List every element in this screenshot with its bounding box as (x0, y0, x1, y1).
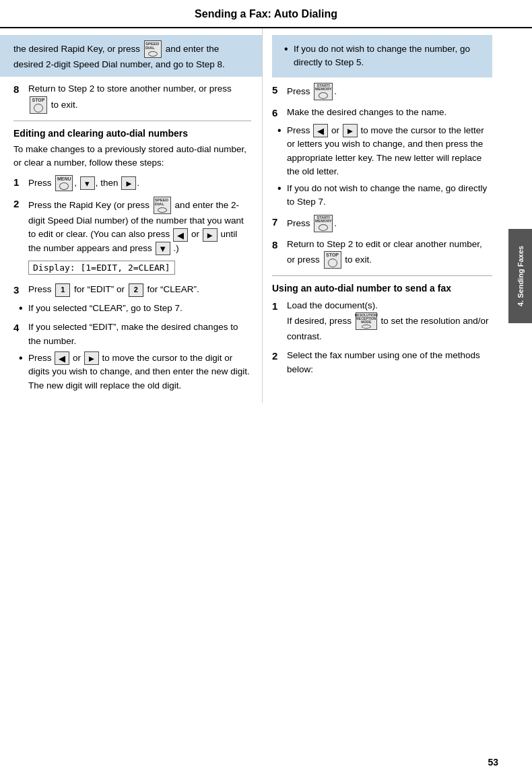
bullet-clear: • If you selected “CLEAR”, go to Step 7. (19, 302, 251, 316)
step-8-left: 8 Return to Step 2 to store another numb… (13, 82, 251, 113)
arrow-left-4-icon: ◀ (313, 124, 328, 137)
key-1-box: 1 (55, 283, 70, 297)
s2-step-2: 2 Select the fax number using one of the… (272, 349, 492, 376)
section-heading-edit: Editing and clearing auto-dial numbers (13, 128, 251, 139)
right-highlight-nodirect: • If you do not wish to change the numbe… (272, 35, 492, 77)
speed-dial-icon: SPEED DIAL (144, 40, 162, 58)
page-title: Sending a Fax: Auto Dialing (0, 0, 532, 28)
side-tab: 4. Sending Faxes (508, 229, 532, 323)
speed-dial-icon-2: SPEED DIAL (154, 197, 171, 214)
arrow-right-4-icon: ► (343, 124, 358, 137)
stop-btn-right: STOP (324, 251, 341, 269)
start-mem-icon: START/MEMORY (314, 83, 333, 100)
stop-button-icon: STOP (30, 96, 47, 114)
step-3-left: 3 Press 1 for “EDIT” or 2 for “CLEAR”. (13, 283, 251, 298)
arrow-right-3-icon: ► (84, 351, 99, 365)
s2-step-1: 1 Load the document(s). If desired, pres… (272, 299, 492, 344)
bullet-press-arrow-right: • Press ◀ or ► to move the cursor to the… (277, 124, 492, 178)
menu-button-icon: MENU (55, 175, 73, 191)
arrow-left-2-icon: ◀ (173, 228, 188, 242)
step-5-right: 5 Press START/MEMORY . (272, 83, 492, 100)
arrow-right-2-icon: ► (203, 228, 218, 242)
step-6-right: 6 Make the desired changes to the name. (272, 106, 492, 121)
step-1-left: 1 Press MENU , ▾, then ►. (13, 175, 251, 191)
start-mem-icon-2: START/MEMORY (314, 215, 333, 232)
arrow-down-2-icon: ▼ (156, 242, 170, 255)
step-7-right: 7 Press START/MEMORY . (272, 215, 492, 232)
display-text: Display: [1=EDIT, 2=CLEAR] (28, 258, 251, 277)
resolution-mode-icon: RESOLUTION/RECEPTION MODE (356, 312, 377, 330)
section2-heading: Using an auto-dial number to send a fax (272, 283, 492, 294)
bullet-nodirect2: • If you do not wish to change the name,… (277, 182, 492, 209)
section-intro: To make changes to a previously stored a… (13, 143, 251, 170)
arrow-left-3-icon: ◀ (55, 351, 69, 365)
highlight-intro: the desired Rapid Key, or press SPEED DI… (0, 35, 262, 77)
bullet-arrow-left: • Press ◀ or ► to move the cursor to the… (19, 351, 251, 393)
arrow-right-icon: ► (121, 176, 136, 190)
step-8-right: 8 Return to Step 2 to edit or clear anot… (272, 238, 492, 269)
step-4-left: 4 If you selected “EDIT”, make the desir… (13, 320, 251, 348)
step-2-left: 2 Press the Rapid Key (or press SPEED DI… (13, 197, 251, 255)
arrow-down-icon: ▾ (80, 176, 95, 190)
key-2-box: 2 (129, 283, 143, 297)
page-number: 53 (488, 757, 498, 768)
